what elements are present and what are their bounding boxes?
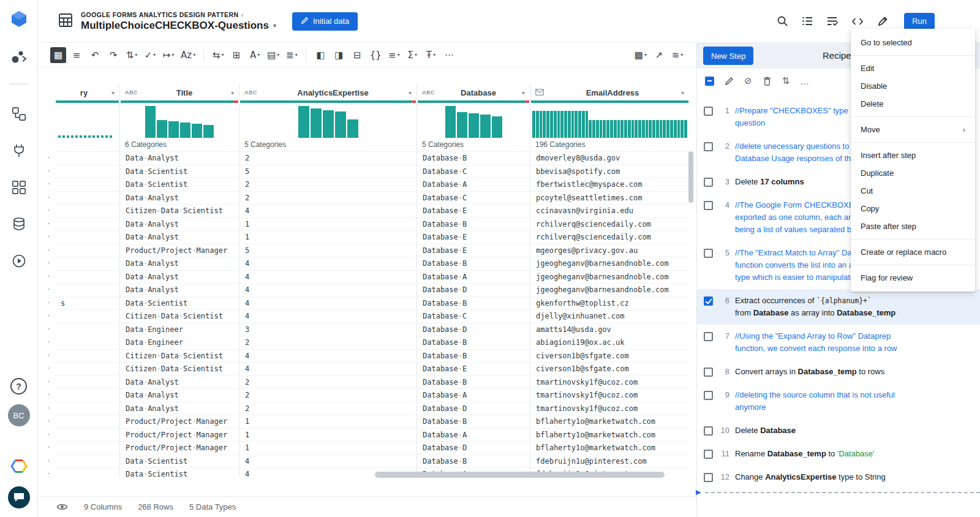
grid-cell[interactable] (55, 415, 119, 428)
grid-cell[interactable]: Database·A (417, 428, 530, 442)
grid-cell[interactable] (55, 375, 119, 389)
grid-cell[interactable]: abiagioni19@ox.ac.uk (530, 336, 689, 349)
tool-filter[interactable]: ≡▾ (386, 47, 402, 63)
step-checkbox[interactable] (704, 178, 713, 187)
grid-cell[interactable]: s (55, 296, 119, 310)
grid-cell[interactable]: tmartinovsky1f@ucoz.com (530, 388, 689, 402)
grid-cell[interactable]: 2 (239, 151, 417, 165)
grid-cell[interactable]: Data·Scientist (120, 178, 239, 191)
grid-cell[interactable]: 5 (239, 165, 417, 178)
step-checkbox[interactable] (704, 391, 713, 400)
grid-cell[interactable]: Product/Project·Manager (120, 244, 239, 257)
grid-cell[interactable]: Data·Analyst (120, 375, 239, 389)
grid-cell[interactable]: Citizen·Data·Scientist (120, 309, 239, 323)
grid-cell[interactable]: Database·E (417, 204, 530, 217)
tool-split-columns[interactable]: ◧ (312, 47, 328, 63)
recipe-step-7[interactable]: 7//Using the "Expand Array to Row" Datap… (697, 325, 980, 360)
tool-more[interactable]: ⋯ (441, 47, 457, 63)
column-histogram[interactable] (417, 103, 530, 138)
steps-list-icon[interactable] (801, 15, 814, 28)
tool-replace[interactable]: ⇆▾ (210, 47, 226, 63)
grid-cell[interactable]: Data·Scientist (120, 296, 239, 310)
grid-cell[interactable]: Data·Analyst (120, 270, 239, 284)
grid-cell[interactable]: Data·Analyst (120, 402, 239, 415)
tool-pivot[interactable]: Ŧ▾ (423, 47, 439, 63)
menu-item-copy[interactable]: Copy (851, 200, 975, 217)
recipe-step-11[interactable]: 11Rename Database_temp to 'Database' (697, 442, 980, 466)
grid-cell[interactable] (55, 455, 119, 468)
grid-cell[interactable]: 2 (239, 388, 417, 402)
grid-cell[interactable] (55, 283, 119, 296)
grid-cell[interactable]: civerson1b@sfgate.com (530, 349, 689, 363)
recipe-step-8[interactable]: 8Convert arrays in Database_temp to rows (697, 360, 980, 383)
grid-cell[interactable]: Database·B (417, 336, 530, 349)
grid-cell[interactable]: Citizen·Data·Scientist (120, 362, 239, 375)
grid-cell[interactable]: Citizen·Data·Scientist (120, 204, 239, 217)
grid-cell[interactable]: jgeogheganv@barnesandnoble.com (530, 257, 689, 270)
grid-cell[interactable]: 2 (239, 375, 417, 389)
column-header[interactable]: ry▾ (55, 85, 119, 151)
grid-cell[interactable]: 4 (239, 257, 417, 270)
grid-cell[interactable] (55, 362, 119, 375)
horizontal-scrollbar[interactable] (38, 472, 696, 478)
column-histogram[interactable] (120, 103, 239, 138)
grid-cell[interactable]: rchilverq@sciencedaily.com (530, 217, 689, 231)
column-menu-chevron-icon[interactable]: ▾ (111, 89, 115, 96)
column-header[interactable]: ABCDatabase▾5 Categories (417, 85, 530, 151)
tool-grid-view[interactable]: ▦ (50, 47, 66, 63)
grid-cell[interactable]: 4 (239, 296, 417, 310)
help-icon[interactable]: ? (10, 378, 27, 394)
tool-view-settings[interactable]: ≋▾ (669, 47, 685, 63)
grid-cell[interactable]: Data·Engineer (120, 323, 239, 336)
grid-cell[interactable]: Database·B (417, 151, 530, 165)
grid-cell[interactable]: Database·E (417, 230, 530, 244)
grid-cell[interactable]: Data·Analyst (120, 283, 239, 296)
grid-cell[interactable] (55, 191, 119, 205)
recipe-step-12[interactable]: 12Change AnalyticsExpertise type to Stri… (697, 466, 980, 489)
grid-cell[interactable]: civerson1b@sfgate.com (530, 362, 689, 375)
grid-cell[interactable]: Database·B (417, 375, 530, 389)
grid-cell[interactable]: bbevisa@spotify.com (530, 165, 689, 178)
column-menu-chevron-icon[interactable]: ▾ (231, 89, 234, 96)
grid-cell[interactable]: 4 (239, 309, 417, 323)
grid-cell[interactable]: rchilverq@sciencedaily.com (530, 230, 689, 244)
more-actions-icon[interactable]: … (800, 76, 809, 86)
tool-redo[interactable]: ↷ (105, 47, 121, 63)
grid-cell[interactable]: Data·Analyst (120, 191, 239, 205)
grid-cell[interactable] (55, 388, 119, 402)
tool-case-ops[interactable]: ⇅▾ (124, 47, 140, 63)
grid-cell[interactable]: Database·C (417, 191, 530, 205)
step-checkbox[interactable] (704, 426, 713, 436)
grid-cell[interactable]: jgeogheganv@barnesandnoble.com (530, 283, 689, 296)
column-menu-chevron-icon[interactable]: ▾ (522, 89, 525, 96)
grid-cell[interactable] (55, 349, 119, 363)
column-menu-chevron-icon[interactable]: ▾ (681, 89, 684, 96)
grid-cell[interactable]: Database·D (417, 441, 530, 455)
grid-cell[interactable]: Database·D (417, 402, 530, 415)
step-checkbox[interactable] (704, 107, 713, 116)
edit-step-icon[interactable] (725, 77, 734, 86)
grid-cell[interactable]: 1 (239, 217, 417, 231)
jobs-icon[interactable] (12, 254, 26, 268)
step-checkbox[interactable] (704, 249, 713, 258)
grid-cell[interactable]: 1 (239, 441, 417, 455)
title-dropdown-icon[interactable]: ▾ (273, 22, 276, 29)
grid-cell[interactable]: Database·B (417, 455, 530, 468)
menu-item-paste-after-step[interactable]: Paste after step (851, 217, 975, 235)
grid-cell[interactable]: fdebruijn1u@pinterest.com (530, 455, 689, 468)
run-button[interactable]: Run (904, 13, 935, 30)
grid-cell[interactable]: pcoytel@seattletimes.com (530, 191, 689, 205)
tool-join-columns[interactable]: ◨ (331, 47, 347, 63)
grid-cell[interactable]: ccinavasn@virginia.edu (530, 204, 689, 217)
grid-cell[interactable]: bflaherty1o@marketwatch.com (530, 415, 689, 428)
menu-item-move[interactable]: Move› (851, 121, 975, 138)
grid-cell[interactable]: mgeorges@privacy.gov.au (530, 244, 689, 257)
grid-cell[interactable]: Database·C (417, 165, 530, 178)
reorder-steps-icon[interactable]: ⇅ (782, 75, 790, 86)
new-step-button[interactable]: New Step (703, 47, 753, 65)
tool-highlight[interactable]: ▩▾ (633, 47, 649, 63)
grid-cell[interactable]: 1 (239, 230, 417, 244)
select-all-checkbox[interactable] (705, 77, 714, 86)
column-histogram[interactable] (239, 103, 417, 138)
user-avatar[interactable]: BC (8, 404, 30, 426)
